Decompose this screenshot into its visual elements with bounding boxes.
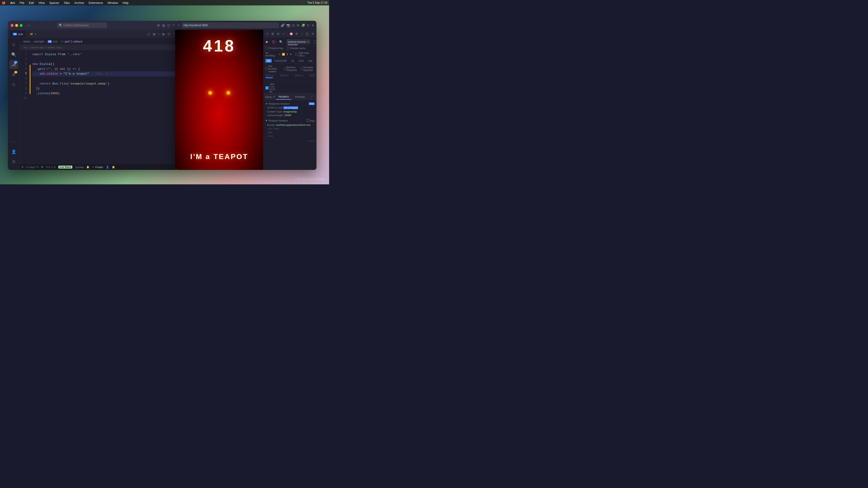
sidebar-icon-account[interactable]: 👤 — [9, 147, 18, 156]
forward-icon[interactable]: › — [29, 23, 30, 27]
raw-button[interactable]: Raw — [309, 102, 315, 105]
throttle-chevron[interactable]: ▾ — [279, 53, 281, 56]
sidebar-icon-remote[interactable]: ⊙ — [9, 80, 18, 89]
menubar-help[interactable]: Help — [122, 1, 129, 4]
devtools-settings-icon[interactable]: ⚙ — [297, 24, 300, 27]
request-headers-section[interactable]: ▼ Request Headers Raw — [266, 119, 315, 122]
status-branch[interactable]: ⎇ miyu* ↻ — [25, 166, 38, 168]
menubar-edit[interactable]: Edit — [28, 1, 35, 4]
raw-button-2[interactable]: Raw — [307, 119, 315, 122]
disable-cache-checkbox[interactable] — [287, 47, 289, 50]
preserve-log-checkbox[interactable] — [266, 47, 268, 50]
menubar-tabs[interactable]: Tabs — [63, 1, 70, 4]
code-area[interactable]: 1 2 3 4 5 6 7 8 9 10 — [20, 50, 178, 164]
close-icon[interactable]: ✕ — [311, 24, 314, 27]
status-errors[interactable]: ✕ 0 ⚠ 0 — [46, 166, 56, 168]
filter-fetch-xhr[interactable]: Fetch/XHR — [273, 59, 288, 63]
eye-icon[interactable]: ◉ — [153, 32, 156, 36]
devtools-close-icon[interactable]: ✕ — [311, 31, 315, 37]
sidebar-icon-settings[interactable]: ⚙ — [9, 157, 18, 166]
third-party-check[interactable]: 3rd-party requests — [301, 66, 315, 71]
error-indicator[interactable]: ✕ — [20, 164, 25, 170]
sidebar-icon-explorer[interactable]: ⎗ — [9, 40, 18, 49]
detail-close-icon[interactable]: ✕ — [273, 95, 275, 98]
blocked-requests-checkbox[interactable] — [284, 67, 285, 70]
screenshot-icon[interactable]: 📷 — [286, 24, 290, 27]
devtools-vertical-dots[interactable]: ⋮ — [300, 31, 304, 37]
disable-cache-check[interactable]: Disable cache — [287, 47, 306, 50]
code-content[interactable]: import Elysia from '../src' new Elysia — [31, 50, 178, 164]
close-button[interactable] — [11, 24, 13, 27]
minimize-button[interactable] — [15, 24, 18, 27]
sidebar-icon-dots[interactable]: ··· — [9, 137, 18, 147]
filter-js[interactable]: JS — [289, 59, 296, 63]
blocked-cookies-checkbox[interactable] — [266, 67, 267, 70]
menubar-view[interactable]: View — [37, 1, 46, 4]
tab-close-icon[interactable]: ✕ — [34, 33, 37, 36]
sidebar-icon-extensions[interactable]: ⊞ 5 — [9, 70, 18, 79]
clear-icon[interactable]: 🚫 — [272, 39, 276, 45]
status-bell-icon[interactable]: 🔔 — [86, 166, 90, 168]
tab-m[interactable]: M ✕ — [27, 31, 40, 37]
menubar-window[interactable]: Window — [107, 1, 119, 4]
filter-img[interactable]: Img — [307, 59, 314, 63]
menubar-app[interactable]: Arc — [9, 1, 16, 4]
search-net-icon[interactable]: 🔍 — [279, 39, 283, 45]
status-quokka[interactable]: Quokka — [75, 166, 84, 168]
panel-icon[interactable]: ◫ — [167, 24, 170, 27]
debug-icon[interactable]: ▶ — [162, 32, 165, 36]
blocked-requests-check[interactable]: Blocked Requests — [284, 66, 298, 71]
hide-urls-check[interactable]: Hide data URLs — [295, 52, 315, 57]
menubar-spaces[interactable]: Spaces — [49, 1, 60, 4]
bookmark-icon[interactable]: 🔗 — [281, 24, 285, 27]
invert-checkbox[interactable]: Invert — [314, 40, 316, 43]
split-view-icon[interactable]: ⊞ — [157, 24, 160, 27]
filter-all[interactable]: All — [266, 59, 272, 63]
pip-icon[interactable]: ⊡ — [292, 24, 295, 27]
hide-urls-checkbox[interactable] — [295, 53, 298, 56]
status-prettier[interactable]: ✓ Prettier — [92, 166, 103, 168]
titlebar-search[interactable]: 🔍 Untitled (Workspace) — [57, 23, 107, 28]
detail-tab-preview[interactable]: Preview — [292, 94, 308, 99]
maximize-button[interactable] — [20, 24, 23, 27]
git-icon[interactable]: ⎇ — [146, 32, 150, 36]
status-notification-icon[interactable]: 🔔 — [112, 166, 115, 168]
has-blocked-cookies-check[interactable]: Has blocked cookies — [266, 65, 281, 73]
status-person-icon[interactable]: 👤 — [106, 166, 109, 168]
sidebar-icon-git[interactable]: ⎇ 11 — [9, 60, 18, 69]
filter-clear-icon[interactable]: ✕ — [307, 41, 309, 43]
menubar-file[interactable]: File — [19, 1, 25, 4]
detail-tab-headers[interactable]: Headers — [276, 94, 291, 100]
response-headers-section[interactable]: ▼ Response Headers Raw — [266, 102, 315, 105]
sidebar-icon-search[interactable]: 🔍 — [9, 50, 18, 59]
detail-content[interactable]: ▼ Response Headers Raw HTTP/1.1 418 I'm … — [264, 101, 316, 170]
reload-icon[interactable]: ↻ — [307, 24, 310, 27]
filter-media[interactable]: Media — [315, 59, 316, 63]
devtools-console-icon[interactable]: ⊞ — [271, 31, 275, 37]
third-party-checkbox[interactable] — [301, 67, 303, 70]
extensions-icon[interactable]: 🧩 — [301, 24, 305, 27]
network-list[interactable]: I -whe n-cro ss-ori gin — [264, 82, 316, 93]
detail-tab-more[interactable]: › — [308, 94, 315, 99]
split-editor-icon[interactable]: ⊟ — [167, 32, 170, 36]
apple-icon[interactable]: 🍎 — [2, 1, 6, 4]
run-icon[interactable]: ○ — [158, 32, 160, 36]
devtools-dock-icon[interactable]: ◫ — [305, 31, 309, 37]
invert-check-box[interactable] — [314, 40, 316, 43]
menubar-archive[interactable]: Archive — [73, 1, 85, 4]
more-icon[interactable]: ⠿ — [173, 24, 175, 27]
menubar-extensions[interactable]: Extensions — [88, 1, 104, 4]
url-bar[interactable]: http://localhost:3000 — [182, 22, 279, 28]
devtools-more-icon[interactable]: » — [281, 31, 285, 37]
preserve-log-check[interactable]: Preserve log — [266, 47, 283, 50]
devtools-network-icon[interactable]: ⊙ — [276, 31, 280, 37]
layout-icon[interactable]: ▤ — [162, 24, 165, 27]
filter-css[interactable]: CSS — [297, 59, 306, 63]
tab-a-ts[interactable]: TS a.ts — [10, 31, 26, 37]
back-icon[interactable]: ‹ — [27, 23, 28, 27]
devtools-elements-icon[interactable]: ⬡ — [266, 31, 270, 37]
devtools-gear-icon[interactable]: ⚙ — [294, 31, 299, 37]
network-item-1[interactable]: I -whe n-cro ss-ori gin — [264, 82, 316, 93]
record-icon[interactable]: ⏺ — [266, 39, 268, 45]
status-live-share[interactable]: Live Share — [58, 166, 72, 168]
